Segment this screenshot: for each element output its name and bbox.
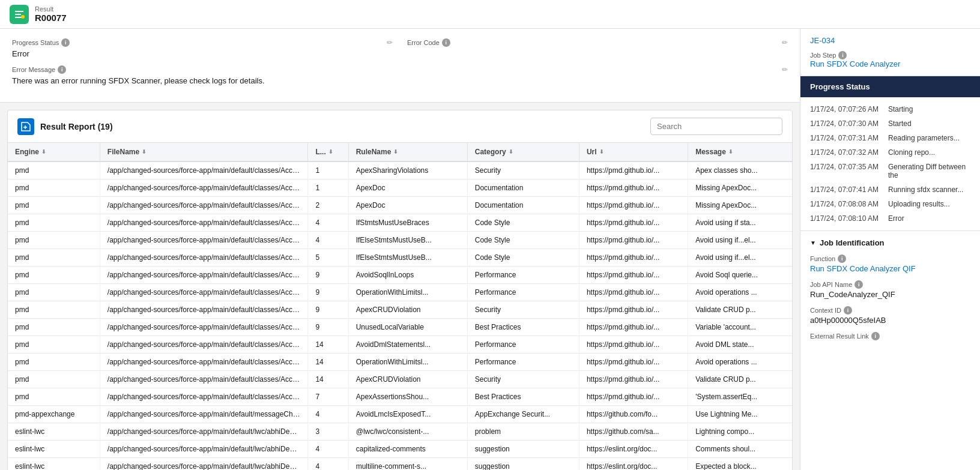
context-id-field: Context ID i a0tHp00000Q5sfeIAB: [810, 306, 970, 325]
app-logo: [10, 5, 29, 24]
job-id-section: ▼ Job Identification Function i Run SFDX…: [800, 231, 980, 355]
table-row[interactable]: pmd/app/changed-sources/force-app/main/d…: [8, 319, 792, 336]
progress-status-value: Error: [12, 49, 70, 58]
cell-ruleName: ApexDoc: [348, 197, 467, 214]
cell-category: Documentation: [467, 197, 579, 214]
cell-fileName: /app/changed-sources/force-app/main/defa…: [100, 214, 308, 232]
svg-point-0: [21, 15, 25, 19]
app-header-text: Result R00077: [35, 5, 67, 23]
col-filename[interactable]: FileName⬇: [100, 143, 308, 161]
progress-item: 1/17/24, 07:07:32 AMCloning repo...: [800, 145, 980, 160]
job-step-info-icon[interactable]: i: [838, 51, 847, 59]
job-id-header[interactable]: ▼ Job Identification: [810, 238, 970, 247]
cell-line: 9: [308, 284, 348, 301]
cell-fileName: /app/changed-sources/force-app/main/defa…: [100, 406, 308, 423]
app-header: Result R00077: [0, 0, 980, 29]
cell-ruleName: OperationWithLimitsl...: [348, 284, 467, 301]
table-row[interactable]: eslint-lwc/app/changed-sources/force-app…: [8, 423, 792, 441]
progress-status-label: Progress Status i: [12, 38, 70, 47]
cell-url: https://pmd.github.io/...: [579, 354, 688, 371]
cell-category: Security: [467, 161, 579, 179]
progress-status-info-icon[interactable]: i: [61, 38, 70, 47]
cell-fileName: /app/changed-sources/force-app/main/defa…: [100, 388, 308, 406]
table-row[interactable]: pmd/app/changed-sources/force-app/main/d…: [8, 232, 792, 249]
error-message-edit-icon[interactable]: ✏: [782, 65, 788, 74]
progress-time: 1/17/24, 07:07:32 AM: [810, 148, 882, 157]
cell-message: Lightning compo...: [688, 423, 792, 441]
cell-url: https://github.com/fo...: [579, 406, 688, 423]
cell-engine: pmd: [8, 232, 100, 249]
col-message[interactable]: Message⬇: [688, 143, 792, 161]
table-row[interactable]: pmd-appexchange/app/changed-sources/forc…: [8, 406, 792, 423]
je-link[interactable]: JE-034: [810, 36, 835, 45]
table-row[interactable]: pmd/app/changed-sources/force-app/main/d…: [8, 197, 792, 214]
table-row[interactable]: pmd/app/changed-sources/force-app/main/d…: [8, 161, 792, 179]
cell-line: 14: [308, 354, 348, 371]
cell-category: Performance: [467, 267, 579, 284]
col-category[interactable]: Category⬇: [467, 143, 579, 161]
cell-ruleName: capitalized-comments: [348, 441, 467, 458]
progress-list: 1/17/24, 07:07:26 AMStarting1/17/24, 07:…: [800, 97, 980, 230]
error-message-value: There was an error running SFDX Scanner,…: [12, 76, 265, 85]
context-id-info-icon[interactable]: i: [844, 306, 852, 315]
error-message-info-icon[interactable]: i: [58, 65, 66, 74]
col-line[interactable]: L...⬇: [308, 143, 348, 161]
cell-line: 9: [308, 319, 348, 336]
function-link[interactable]: Run SFDX Code Analyzer QIF: [810, 264, 916, 273]
table-row[interactable]: pmd/app/changed-sources/force-app/main/d…: [8, 388, 792, 406]
job-step-link[interactable]: Run SFDX Code Analyzer: [810, 59, 900, 68]
cell-line: 2: [308, 197, 348, 214]
cell-line: 1: [308, 179, 348, 197]
job-step-label: Job Step i: [810, 51, 970, 59]
job-api-name-info-icon[interactable]: i: [854, 280, 863, 289]
progress-status-text: Generating Diff between the: [888, 163, 970, 179]
cell-message: Avoid using if...el...: [688, 232, 792, 249]
error-code-info-icon[interactable]: i: [442, 38, 450, 47]
cell-url: https://pmd.github.io/...: [579, 249, 688, 267]
cell-engine: pmd-appexchange: [8, 406, 100, 423]
table-row[interactable]: pmd/app/changed-sources/force-app/main/d…: [8, 214, 792, 232]
table-row[interactable]: pmd/app/changed-sources/force-app/main/d…: [8, 179, 792, 197]
cell-fileName: /app/changed-sources/force-app/main/defa…: [100, 441, 308, 458]
cell-message: Avoid operations ...: [688, 284, 792, 301]
cell-engine: pmd: [8, 336, 100, 354]
sidebar-top: JE-034 Job Step i Run SFDX Code Analyzer: [800, 29, 980, 76]
chevron-icon: ▼: [810, 240, 816, 246]
cell-ruleName: @lwc/lwc/consistent-...: [348, 423, 467, 441]
cell-message: Avoid using if...el...: [688, 249, 792, 267]
table-row[interactable]: pmd/app/changed-sources/force-app/main/d…: [8, 249, 792, 267]
cell-fileName: /app/changed-sources/force-app/main/defa…: [100, 301, 308, 319]
table-row[interactable]: pmd/app/changed-sources/force-app/main/d…: [8, 336, 792, 354]
cell-fileName: /app/changed-sources/force-app/main/defa…: [100, 197, 308, 214]
error-code-edit-icon[interactable]: ✏: [782, 38, 788, 47]
progress-status-edit-icon[interactable]: ✏: [387, 38, 393, 47]
col-url[interactable]: Url⬇: [579, 143, 688, 161]
cell-fileName: /app/changed-sources/force-app/main/defa…: [100, 319, 308, 336]
table-row[interactable]: pmd/app/changed-sources/force-app/main/d…: [8, 284, 792, 301]
col-rulename[interactable]: RuleName⬇: [348, 143, 467, 161]
external-result-link-info-icon[interactable]: i: [871, 332, 880, 340]
table-row[interactable]: pmd/app/changed-sources/force-app/main/d…: [8, 354, 792, 371]
cell-ruleName: IfElseStmtsMustUseB...: [348, 249, 467, 267]
progress-time: 1/17/24, 07:08:10 AM: [810, 214, 882, 223]
table-row[interactable]: pmd/app/changed-sources/force-app/main/d…: [8, 301, 792, 319]
cell-line: 9: [308, 267, 348, 284]
external-result-link-label: External Result Link i: [810, 332, 970, 340]
table-row[interactable]: pmd/app/changed-sources/force-app/main/d…: [8, 371, 792, 388]
progress-status-text: Starting: [888, 105, 913, 113]
progress-header: Progress Status: [800, 76, 980, 97]
col-engine[interactable]: Engine⬇: [8, 143, 100, 161]
function-info-icon[interactable]: i: [838, 255, 846, 263]
table-row[interactable]: eslint-lwc/app/changed-sources/force-app…: [8, 458, 792, 471]
context-id-label: Context ID i: [810, 306, 970, 315]
cell-line: 4: [308, 232, 348, 249]
result-report-section: Result Report (19) Engine⬇ FileName⬇ L..…: [7, 110, 793, 470]
table-row[interactable]: eslint-lwc/app/changed-sources/force-app…: [8, 441, 792, 458]
cell-message: 'System.assertEq...: [688, 388, 792, 406]
progress-item: 1/17/24, 07:07:26 AMStarting: [800, 102, 980, 116]
field-group-error-message: Error Message i There was an error runni…: [12, 65, 788, 85]
search-input[interactable]: [650, 118, 782, 135]
table-row[interactable]: pmd/app/changed-sources/force-app/main/d…: [8, 267, 792, 284]
cell-url: https://pmd.github.io/...: [579, 301, 688, 319]
cell-url: https://pmd.github.io/...: [579, 179, 688, 197]
